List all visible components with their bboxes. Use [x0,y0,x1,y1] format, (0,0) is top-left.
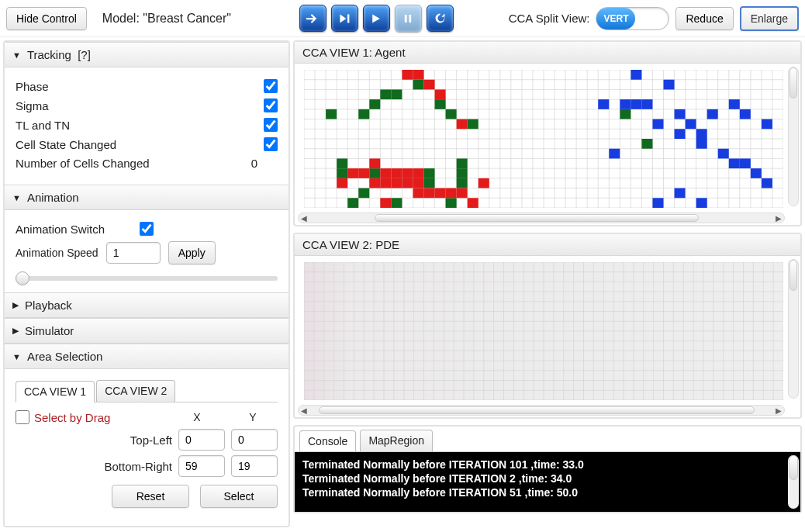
svg-rect-77 [457,158,468,168]
svg-rect-107 [468,198,479,208]
svg-rect-115 [652,119,663,130]
sigma-checkbox[interactable] [264,98,278,112]
svg-rect-101 [424,188,435,199]
phase-checkbox[interactable] [264,79,278,93]
control-sidebar: ▼ Tracking [?] Phase Sigma TL and TN Cel… [3,40,290,527]
svg-rect-98 [413,178,423,188]
animation-speed-slider[interactable] [16,276,278,281]
tab-console[interactable]: Console [299,430,356,452]
top-left-y-input[interactable] [231,429,278,451]
svg-rect-96 [413,70,423,80]
tab-cca-view-2[interactable]: CCA VIEW 2 [96,380,175,402]
svg-rect-116 [652,198,663,208]
svg-rect-93 [402,70,413,80]
playback-section-header[interactable]: ▶ Playback [5,292,288,318]
animation-switch-label: Animation Switch [16,223,140,236]
model-label: Model: "Breast Cancer" [102,12,231,26]
chevron-down-icon: ▼ [12,352,21,361]
tracking-label: Phase [16,80,264,93]
apply-button[interactable]: Apply [168,241,216,264]
pause-icon[interactable] [395,5,422,32]
svg-rect-67 [369,99,380,109]
svg-rect-62 [337,168,347,178]
play-icon[interactable] [363,5,390,32]
tab-cca-view-1[interactable]: CCA VIEW 1 [16,381,95,402]
svg-rect-70 [391,89,402,99]
svg-rect-75 [446,109,457,119]
vertical-scrollbar[interactable] [788,455,799,509]
svg-rect-86 [369,158,380,168]
svg-rect-74 [435,99,446,109]
split-view-label: CCA Split View: [509,12,590,25]
svg-rect-79 [457,178,468,188]
svg-rect-65 [358,109,369,119]
cca-view-2-title: CCA VIEW 2: PDE [295,234,800,256]
agent-grid [304,70,783,208]
reset-button[interactable]: Reset [112,485,189,508]
hide-control-button[interactable]: Hide Control [6,7,87,30]
top-left-x-input[interactable] [178,429,225,451]
horizontal-scrollbar[interactable]: ◀▶ [298,212,785,223]
bottom-right-y-input[interactable] [231,455,278,477]
svg-rect-130 [740,109,751,119]
svg-rect-102 [435,89,446,99]
simulator-section-header[interactable]: ▶ Simulator [5,318,288,344]
svg-rect-105 [457,188,468,199]
select-button[interactable]: Select [200,485,278,508]
tracking-label: Sigma [16,99,264,112]
animation-section-header[interactable]: ▼ Animation [5,185,288,210]
svg-rect-122 [696,139,707,149]
svg-rect-72 [424,168,435,178]
svg-rect-104 [446,188,457,199]
svg-rect-91 [391,168,402,178]
horizontal-scrollbar[interactable]: ◀▶ [298,405,785,416]
area-selection-section-header[interactable]: ▼ Area Selection [5,344,288,369]
enlarge-button[interactable]: Enlarge [740,6,799,31]
svg-rect-84 [347,168,358,178]
svg-rect-78 [457,168,468,178]
cell-state-checkbox[interactable] [264,137,278,151]
svg-rect-100 [424,80,435,90]
svg-rect-61 [337,158,347,168]
svg-rect-124 [696,198,707,208]
svg-rect-127 [729,99,740,109]
skip-next-icon[interactable] [331,5,358,32]
chevron-down-icon: ▼ [12,50,21,60]
reload-icon[interactable] [427,5,454,32]
svg-rect-131 [751,168,762,178]
col-x-label: X [172,411,222,423]
top-toolbar: Hide Control Model: "Breast Cancer" CCA … [0,0,805,37]
svg-rect-99 [413,188,423,199]
bottom-right-label: Bottom-Right [104,460,172,473]
animation-speed-input[interactable] [106,242,161,264]
svg-rect-132 [762,119,772,130]
cca-view-1-title: CCA VIEW 1: Agent [295,42,800,64]
vertical-scrollbar[interactable] [788,67,799,206]
svg-rect-95 [402,178,413,188]
svg-rect-129 [740,158,751,168]
svg-rect-109 [598,99,609,109]
reduce-button[interactable]: Reduce [675,7,733,30]
select-by-drag-label: Select by Drag [34,411,110,424]
svg-rect-63 [347,198,358,208]
tracking-section-header[interactable]: ▼ Tracking [?] [5,42,288,67]
svg-rect-114 [641,99,652,109]
svg-rect-133 [762,178,772,188]
split-view-toggle[interactable]: VERT [596,7,669,30]
step-forward-icon[interactable] [299,5,326,32]
svg-rect-94 [402,168,413,178]
tab-mapregion[interactable]: MapRegion [360,430,433,451]
console-output: Terminated Normally before ITERATION 101… [295,451,800,512]
svg-rect-97 [413,168,423,178]
tl-tn-checkbox[interactable] [264,118,278,132]
cca-view-1-pane: CCA VIEW 1: Agent ◀▶ [293,40,802,226]
animation-switch-checkbox[interactable] [140,222,154,236]
top-left-label: Top-Left [130,434,172,447]
svg-rect-125 [707,109,718,119]
bottom-right-x-input[interactable] [178,455,225,477]
select-by-drag-checkbox[interactable] [16,410,29,424]
animation-speed-label: Animation Speed [16,247,98,259]
svg-rect-92 [391,178,402,188]
vertical-scrollbar[interactable] [788,259,799,399]
svg-rect-69 [391,198,402,208]
